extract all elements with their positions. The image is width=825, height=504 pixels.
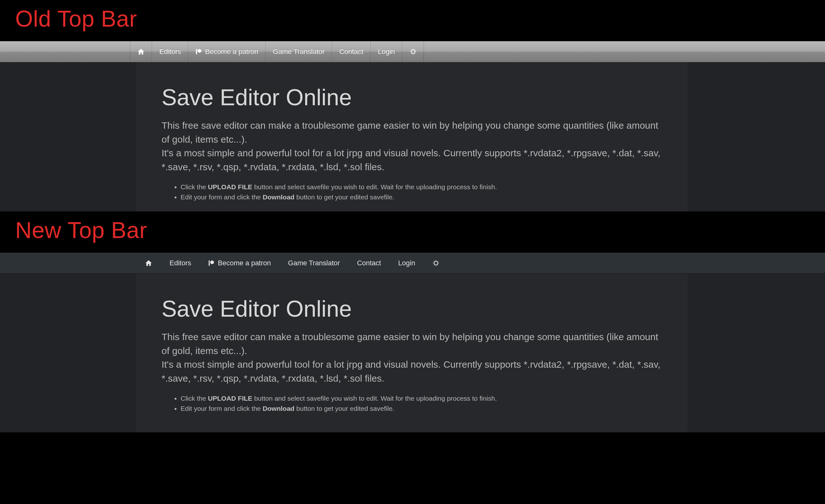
nav-label: Become a patron	[218, 259, 271, 267]
upload-file-keyword: UPLOAD FILE	[208, 394, 252, 402]
nav-contact[interactable]: Contact	[349, 253, 390, 273]
nav-login[interactable]: Login	[371, 41, 402, 62]
home-icon	[145, 259, 152, 267]
page-title: Save Editor Online	[162, 296, 662, 322]
list-item: Click the UPLOAD FILE button and select …	[180, 393, 662, 404]
page-body-old: Save Editor Online This free save editor…	[0, 62, 825, 211]
nav-become-patron[interactable]: Become a patron	[200, 253, 280, 273]
nav-theme-toggle[interactable]	[402, 41, 424, 62]
desc-line: This free save editor can make a trouble…	[162, 120, 658, 145]
upload-file-keyword: UPLOAD FILE	[208, 183, 252, 191]
instructions-list: Click the UPLOAD FILE button and select …	[162, 393, 662, 413]
nav-label: Editors	[169, 259, 191, 267]
nav-game-translator[interactable]: Game Translator	[280, 253, 349, 273]
page-title: Save Editor Online	[162, 84, 662, 110]
page-description: This free save editor can make a trouble…	[162, 119, 662, 174]
nav-label: Become a patron	[205, 48, 258, 56]
nav-label: Contact	[357, 259, 381, 267]
desc-line: It's a most simple and powerful tool for…	[162, 148, 660, 172]
nav-contact[interactable]: Contact	[332, 41, 371, 62]
navbar-old: Editors Become a patron Game Translator …	[0, 41, 825, 62]
list-item: Click the UPLOAD FILE button and select …	[180, 182, 662, 192]
svg-point-2	[411, 50, 415, 54]
download-keyword: Download	[262, 193, 294, 201]
nav-login[interactable]: Login	[390, 253, 424, 273]
nav-editors[interactable]: Editors	[161, 253, 200, 273]
list-item: Edit your form and click the Download bu…	[180, 192, 662, 202]
content-card: Save Editor Online This free save editor…	[136, 274, 687, 432]
instructions-list: Click the UPLOAD FILE button and select …	[162, 182, 662, 202]
nav-label: Editors	[159, 48, 181, 56]
nav-home[interactable]	[136, 253, 161, 273]
patreon-icon	[196, 49, 202, 55]
desc-line: It's a most simple and powerful tool for…	[162, 359, 660, 383]
download-keyword: Download	[262, 405, 294, 412]
nav-become-patron[interactable]: Become a patron	[188, 41, 266, 62]
content-card: Save Editor Online This free save editor…	[136, 62, 687, 211]
section-label-new: New Top Bar	[0, 211, 825, 253]
nav-editors[interactable]: Editors	[152, 41, 188, 62]
nav-label: Login	[378, 48, 395, 56]
page-description: This free save editor can make a trouble…	[162, 330, 662, 385]
home-icon	[137, 48, 145, 56]
nav-game-translator[interactable]: Game Translator	[266, 41, 332, 62]
nav-home[interactable]	[130, 41, 152, 62]
desc-line: This free save editor can make a trouble…	[162, 332, 658, 356]
nav-theme-toggle[interactable]	[424, 253, 448, 273]
nav-label: Game Translator	[273, 48, 325, 56]
page-body-new: Save Editor Online This free save editor…	[0, 274, 825, 432]
svg-point-4	[210, 260, 214, 264]
svg-rect-0	[196, 49, 197, 55]
patreon-icon	[208, 260, 215, 266]
theme-icon	[409, 48, 417, 55]
nav-label: Game Translator	[288, 259, 340, 267]
svg-point-5	[434, 261, 438, 265]
list-item: Edit your form and click the Download bu…	[180, 404, 662, 414]
svg-point-1	[198, 49, 202, 53]
navbar-new: Editors Become a patron Game Translator …	[0, 253, 825, 274]
svg-rect-3	[209, 260, 210, 266]
section-label-old: Old Top Bar	[0, 0, 825, 41]
theme-icon	[433, 260, 439, 267]
nav-label: Contact	[339, 48, 363, 56]
nav-label: Login	[398, 259, 416, 267]
